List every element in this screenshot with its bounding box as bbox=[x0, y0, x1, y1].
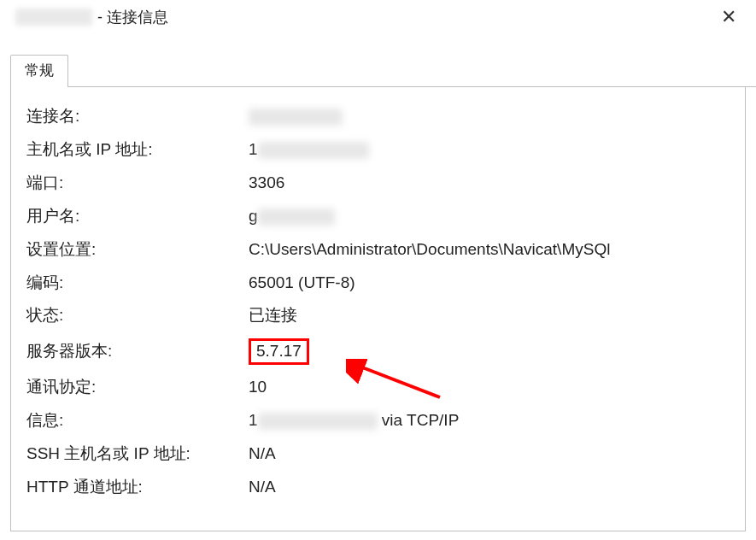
value-user-redacted bbox=[258, 208, 335, 226]
value-conn-name bbox=[249, 106, 738, 127]
server-version-highlight: 5.7.17 bbox=[249, 338, 309, 365]
value-ssh-host: N/A bbox=[249, 443, 738, 465]
title-redacted bbox=[15, 9, 92, 26]
label-info: 信息: bbox=[26, 410, 249, 431]
value-port: 3306 bbox=[249, 173, 738, 194]
tab-strip: 常规 bbox=[10, 55, 756, 87]
tab-general[interactable]: 常规 bbox=[10, 55, 68, 87]
label-protocol: 通讯协定: bbox=[26, 377, 249, 398]
row-settings: 设置位置: C:\Users\Administrator\Documents\N… bbox=[26, 239, 738, 261]
value-info: 1 via TCP/IP bbox=[249, 410, 738, 431]
value-host-redacted bbox=[258, 142, 369, 159]
value-http-tunnel: N/A bbox=[249, 477, 738, 498]
value-status: 已连接 bbox=[249, 305, 738, 326]
value-info-suffix: via TCP/IP bbox=[382, 411, 459, 429]
value-info-prefix: 1 bbox=[249, 410, 258, 431]
value-host-prefix: 1 bbox=[249, 139, 258, 161]
row-user: 用户名: g bbox=[26, 206, 738, 227]
value-info-redacted bbox=[258, 413, 378, 430]
tab-general-label: 常规 bbox=[25, 62, 54, 79]
label-settings: 设置位置: bbox=[26, 239, 249, 261]
label-port: 端口: bbox=[26, 173, 249, 194]
titlebar: - 连接信息 ✕ bbox=[0, 0, 756, 34]
value-conn-name-redacted bbox=[249, 109, 343, 126]
row-host: 主机名或 IP 地址: 1 bbox=[26, 139, 738, 161]
row-info: 信息: 1 via TCP/IP bbox=[26, 410, 738, 431]
connection-info-panel: 连接名: 主机名或 IP 地址: 1 端口: 3306 用户名: g 设置位置:… bbox=[10, 87, 746, 531]
row-status: 状态: 已连接 bbox=[26, 305, 738, 326]
row-encoding: 编码: 65001 (UTF-8) bbox=[26, 273, 738, 294]
label-ssh-host: SSH 主机名或 IP 地址: bbox=[26, 443, 249, 465]
label-http-tunnel: HTTP 通道地址: bbox=[26, 477, 249, 498]
value-encoding: 65001 (UTF-8) bbox=[249, 273, 738, 294]
value-protocol: 10 bbox=[249, 377, 738, 398]
value-settings: C:\Users\Administrator\Documents\Navicat… bbox=[249, 239, 738, 261]
close-icon[interactable]: ✕ bbox=[715, 3, 742, 31]
label-encoding: 编码: bbox=[26, 273, 249, 294]
label-status: 状态: bbox=[26, 305, 249, 326]
row-port: 端口: 3306 bbox=[26, 173, 738, 194]
value-server-version: 5.7.17 bbox=[249, 338, 738, 365]
label-server-version: 服务器版本: bbox=[26, 341, 249, 362]
window-title: - 连接信息 bbox=[15, 7, 168, 27]
title-suffix: - 连接信息 bbox=[97, 7, 168, 27]
row-server-version: 服务器版本: 5.7.17 bbox=[26, 338, 738, 365]
row-conn-name: 连接名: bbox=[26, 106, 738, 127]
close-glyph: ✕ bbox=[721, 8, 736, 26]
value-user: g bbox=[249, 206, 738, 227]
value-user-prefix: g bbox=[249, 206, 258, 227]
label-host: 主机名或 IP 地址: bbox=[26, 139, 249, 161]
label-conn-name: 连接名: bbox=[26, 106, 249, 127]
row-http-tunnel: HTTP 通道地址: N/A bbox=[26, 477, 738, 498]
label-user: 用户名: bbox=[26, 206, 249, 227]
row-protocol: 通讯协定: 10 bbox=[26, 377, 738, 398]
value-host: 1 bbox=[249, 139, 738, 161]
row-ssh-host: SSH 主机名或 IP 地址: N/A bbox=[26, 443, 738, 465]
